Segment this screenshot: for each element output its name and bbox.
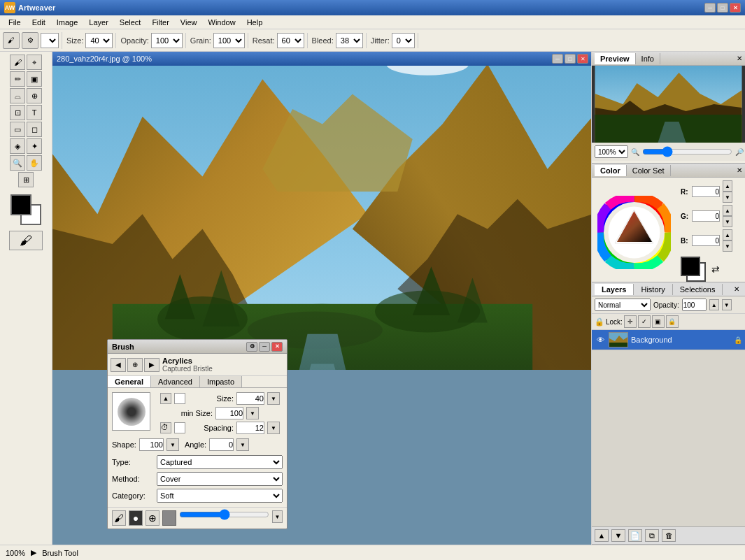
brush-variant-1[interactable]: 🖌: [112, 510, 126, 526]
angle-input[interactable]: [209, 438, 234, 451]
close-button[interactable]: ✕: [730, 3, 741, 13]
resat-select[interactable]: 60: [277, 33, 304, 48]
jitter-select[interactable]: 0: [392, 33, 415, 48]
tool-selector-button[interactable]: 🖌: [3, 32, 20, 49]
add-layer-button[interactable]: 📄: [628, 529, 642, 542]
grain-select[interactable]: 100: [213, 33, 245, 48]
selection-tool[interactable]: ▣: [27, 71, 42, 87]
spacing-spinner[interactable]: ▼: [267, 422, 280, 434]
brush-variant-button[interactable]: ⚙: [22, 32, 38, 49]
tab-history[interactable]: History: [634, 284, 672, 295]
eyedropper-tool[interactable]: ⌖: [27, 55, 42, 70]
lock-image-button[interactable]: ▣: [652, 315, 665, 328]
text-tool[interactable]: T: [27, 105, 42, 120]
navigate-up-button[interactable]: ▲: [595, 529, 609, 542]
maximize-button[interactable]: □: [717, 3, 728, 13]
blend-mode-select[interactable]: Normal: [595, 299, 651, 311]
duplicate-layer-button[interactable]: ⧉: [645, 529, 659, 542]
size-spinner[interactable]: ▼: [267, 392, 280, 405]
delete-layer-button[interactable]: 🗑: [662, 529, 676, 542]
tab-layers[interactable]: Layers: [595, 284, 634, 295]
fx-tool[interactable]: ✦: [27, 138, 42, 154]
size-select[interactable]: 40: [85, 33, 113, 48]
type-select[interactable]: Captured Static Computed: [157, 455, 283, 469]
brush-variant-2[interactable]: ●: [129, 510, 143, 526]
lock-position-button[interactable]: ✛: [624, 315, 637, 328]
canvas-maximize-button[interactable]: □: [565, 54, 576, 64]
brush-type-select[interactable]: [41, 33, 59, 48]
menu-file[interactable]: File: [3, 17, 27, 28]
r-down-button[interactable]: ▼: [723, 192, 732, 203]
menu-filter[interactable]: Filter: [146, 17, 174, 28]
bleed-select[interactable]: 38: [336, 33, 363, 48]
zoom-tool[interactable]: 🔍: [10, 155, 25, 171]
brush-next-button[interactable]: ▶: [144, 358, 159, 372]
min-size-input[interactable]: [215, 407, 243, 419]
lasso-tool[interactable]: ⌓: [10, 88, 25, 103]
zoom-slider[interactable]: [642, 148, 732, 156]
menu-layer[interactable]: Layer: [83, 17, 114, 28]
brush-panel-close[interactable]: ✕: [271, 342, 283, 352]
eraser-tool[interactable]: ◻: [27, 122, 42, 137]
zoom-select[interactable]: 100%: [595, 145, 628, 158]
brush-color-swatch[interactable]: [162, 510, 176, 526]
grid-tool[interactable]: ⊞: [18, 172, 34, 187]
category-select[interactable]: Soft Hard Grainy: [157, 489, 283, 503]
menu-view[interactable]: View: [175, 17, 203, 28]
opacity-input[interactable]: 100: [682, 299, 707, 311]
b-input[interactable]: 0: [692, 235, 720, 246]
tab-impasto[interactable]: Impasto: [200, 376, 242, 387]
menu-help[interactable]: Help: [241, 17, 269, 28]
r-up-button[interactable]: ▲: [723, 180, 732, 192]
canvas-inner[interactable]: [52, 66, 593, 370]
menu-edit[interactable]: Edit: [27, 17, 51, 28]
tab-color-set[interactable]: Color Set: [627, 165, 671, 176]
canvas-minimize-button[interactable]: ─: [552, 54, 563, 64]
min-size-spinner[interactable]: ▼: [246, 407, 259, 419]
tab-selections[interactable]: Selections: [673, 284, 723, 295]
menu-select[interactable]: Select: [114, 17, 147, 28]
b-down-button[interactable]: ▼: [723, 240, 732, 252]
rect-select-tool[interactable]: ▭: [10, 122, 25, 137]
layer-row[interactable]: 👁 Background 🔒: [592, 330, 745, 350]
color-panel-close[interactable]: ✕: [737, 166, 742, 174]
zoom-in-icon[interactable]: 🔎: [735, 148, 744, 156]
method-select[interactable]: Cover Glazing Buildup: [157, 472, 283, 486]
brush-bottom-slider[interactable]: [179, 510, 269, 519]
tab-info[interactable]: Info: [636, 53, 660, 64]
lock-all-button[interactable]: 🔒: [666, 315, 679, 328]
pan-tool[interactable]: ✋: [27, 155, 42, 171]
shape-spinner[interactable]: ▼: [166, 438, 179, 451]
color-foreground-swatch[interactable]: [681, 257, 700, 276]
angle-spinner[interactable]: ▼: [236, 438, 249, 451]
tab-advanced[interactable]: Advanced: [151, 376, 200, 387]
spacing-input[interactable]: [236, 422, 264, 434]
r-input[interactable]: 0: [692, 186, 720, 197]
lock-visible-button[interactable]: ✓: [638, 315, 651, 328]
brush-panel-settings[interactable]: ⚙: [246, 342, 257, 352]
tab-color[interactable]: Color: [595, 165, 627, 176]
opacity-down[interactable]: ▼: [722, 299, 732, 310]
foreground-color[interactable]: [10, 194, 31, 215]
shape-input[interactable]: [139, 438, 164, 451]
menu-image[interactable]: Image: [51, 17, 84, 28]
navigate-down-button[interactable]: ▼: [611, 529, 625, 542]
color-wheel-container[interactable]: [595, 180, 674, 285]
g-input[interactable]: 0: [692, 210, 720, 222]
brush-panel-minimize[interactable]: ─: [259, 342, 270, 352]
zoom-out-icon[interactable]: 🔍: [631, 148, 639, 156]
tab-preview[interactable]: Preview: [595, 53, 636, 64]
colorpicker-tool[interactable]: ◈: [10, 138, 25, 154]
opacity-up[interactable]: ▲: [709, 299, 719, 310]
size-param-input[interactable]: [236, 392, 264, 405]
clone-tool[interactable]: ⊕: [27, 88, 42, 103]
swap-colors-button[interactable]: ⇄: [711, 264, 720, 275]
preview-panel-close[interactable]: ✕: [737, 55, 742, 62]
brush-variant-3[interactable]: ⊕: [146, 510, 159, 526]
crop-tool[interactable]: ⊡: [10, 105, 25, 120]
brush-prev-button[interactable]: ◀: [111, 358, 126, 372]
b-up-button[interactable]: ▲: [723, 229, 732, 240]
paint-brush-tool[interactable]: 🖌: [10, 55, 25, 70]
opacity-select[interactable]: 100: [151, 33, 183, 48]
menu-window[interactable]: Window: [203, 17, 241, 28]
